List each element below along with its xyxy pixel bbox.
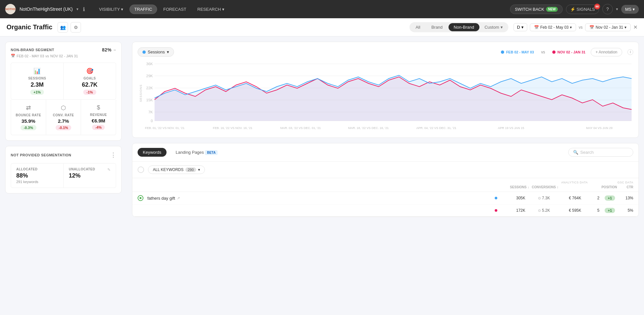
np-edit-icon[interactable]: ✎ (107, 167, 111, 172)
metrics-grid-top: 📊 SESSIONS 2.3M +1% 🎯 GOALS 62.7K -1% (11, 63, 116, 100)
kw-radio-inner (140, 197, 141, 199)
non-brand-segment-card: NON-BRAND SEGMENT 82% − 📅 FEB 02 - MAY 0… (5, 42, 122, 141)
kw-delta1-badge: +1 (605, 195, 615, 201)
settings-button[interactable]: ⚙ (71, 22, 81, 33)
subheader: Organic Traffic 👥 ⚙ All Brand Non-Brand … (0, 18, 644, 36)
nav-traffic[interactable]: TRAFFIC (129, 5, 157, 14)
kw-external-link-icon[interactable]: ↗ (177, 196, 180, 200)
conversions-col-header[interactable]: CONVERSIONS ↕ (529, 185, 558, 189)
kw-name-label: fathers day gift ↗ (147, 196, 180, 201)
date-close-button[interactable]: ✕ (633, 24, 637, 30)
legend-blue: FEB 02 - MAY 03 (501, 50, 534, 54)
sessions-col-header[interactable]: SESSIONS ↓ (500, 185, 529, 189)
goals-metric: 🎯 GOALS 62.7K -1% (64, 63, 116, 99)
svg-text:15K: 15K (146, 98, 153, 102)
legend-red: NOV 02 - JAN 31 (552, 50, 585, 54)
top-navigation: NOTHS NotOnTheHighStreet (UK) ▾ ℹ VISIBI… (0, 0, 644, 18)
kw-checked-radio[interactable] (138, 195, 143, 201)
svg-text:FEB. 01, '22 VS NOV. 01, '21: FEB. 01, '22 VS NOV. 01, '21 (145, 126, 185, 130)
help-button[interactable]: ? (602, 4, 613, 14)
chart-area: 36K 29K 22K 15K 7K 0 SESSIONS (138, 61, 633, 132)
filter-all-button[interactable]: All (410, 23, 425, 31)
svg-text:MAR. 18, '22 VS DEC. 16, '21: MAR. 18, '22 VS DEC. 16, '21 (348, 126, 389, 130)
svg-text:FEB. 16, '22 VS NOV. 16, '21: FEB. 16, '22 VS NOV. 16, '21 (213, 126, 252, 130)
gsc-data-header: GSC DATA POSITION CTR (594, 181, 633, 189)
kw-row-blue: fathers day gift ↗ 305K ⊙ 7.3K € 764K 2 … (132, 192, 638, 205)
chart-svg: 36K 29K 22K 15K 7K 0 SESSIONS (138, 61, 633, 132)
kw-red-data: 172K ⊙ 5.2K € 595K 5 +1 5% (495, 208, 633, 213)
segment-collapse-icon[interactable]: − (114, 48, 116, 52)
filter-brand-button[interactable]: Brand (426, 23, 448, 31)
new-badge: NEW (546, 7, 557, 12)
landing-pages-tab[interactable]: Landing Pages BETA (170, 148, 223, 157)
metrics-grid-bottom: ⇄ BOUNCE RATE 35.9% -0.3% ⬡ CONV. RATE 2… (11, 100, 116, 135)
signals-count-badge: 98 (594, 4, 600, 9)
keywords-card: Keywords Landing Pages BETA 🔍 Search ALL… (132, 143, 639, 217)
sessions-metric: 📊 SESSIONS 2.3M +1% (11, 63, 63, 99)
revenue-badge: -4% (92, 125, 105, 130)
ctr-col-header: CTR (617, 185, 633, 189)
position-col-header: POSITION (594, 185, 617, 189)
goals-badge: -1% (83, 90, 96, 95)
brand-logo: NOTHS (5, 4, 16, 14)
sessions-badge: +1% (30, 90, 44, 95)
main-content: NON-BRAND SEGMENT 82% − 📅 FEB 02 - MAY 0… (0, 36, 644, 315)
keyword-row-0: fathers day gift ↗ 305K ⊙ 7.3K € 764K 2 … (132, 192, 638, 217)
annotation-button[interactable]: + Annotation (591, 48, 622, 56)
blue-fill-area (154, 75, 632, 121)
svg-text:APR 19 VS JAN 15: APR 19 VS JAN 15 (498, 126, 524, 130)
kw-conv2: ⊙ 5.2K (530, 208, 550, 213)
brand-name: NotOnTheHighStreet (UK) (20, 7, 73, 12)
segment-card-title: NON-BRAND SEGMENT 82% − (11, 47, 116, 52)
nav-research[interactable]: RESEARCH ▾ (193, 5, 229, 14)
bounce-icon: ⇄ (26, 104, 31, 111)
keywords-tab[interactable]: Keywords (138, 148, 167, 157)
conv-rate-metric: ⬡ CONV. RATE 2.7% -0.1% (46, 100, 81, 135)
kw-blue-data: 305K ⊙ 7.3K € 764K 2 +1 13% (495, 195, 633, 201)
info-icon[interactable]: ℹ (83, 6, 85, 12)
filter-custom-button[interactable]: Custom ▾ (480, 23, 507, 31)
svg-text:0: 0 (151, 119, 153, 123)
chart-card: Sessions ▾ FEB 02 - MAY 03 vs NOV 02 - J… (132, 42, 639, 138)
goals-icon: 🎯 (86, 67, 93, 75)
keywords-subheader: ALL KEYWORDS 290 ▾ (132, 162, 638, 178)
np-allocated-cell: ALLOCATED 88% 291 keywords (11, 164, 63, 188)
switch-back-button[interactable]: SWITCH BACK NEW (510, 5, 563, 14)
share-button[interactable]: 👥 (58, 22, 68, 33)
analytics-data-header: ANALYTICS DATA SESSIONS ↓ CONVERSIONS ↕ (500, 181, 588, 189)
keywords-count-badge: 290 (185, 167, 196, 172)
d-granularity-button[interactable]: D ▾ (514, 23, 527, 31)
date-from-button[interactable]: 📅 Feb 02 - May 03 ▾ (530, 23, 576, 31)
kw-red-dot (495, 209, 497, 212)
conv-icon: ⬡ (61, 104, 66, 111)
signals-button[interactable]: ⚡ SIGNALS 98 (566, 5, 599, 14)
conv-badge: -0.1% (56, 125, 72, 130)
vs-label: vs (579, 25, 583, 30)
chart-header: Sessions ▾ FEB 02 - MAY 03 vs NOV 02 - J… (138, 47, 633, 57)
segment-percentage: 82% − (102, 47, 116, 52)
np-unallocated-cell: UNALLOCATED 12% ✎ (64, 164, 116, 188)
page-title: Organic Traffic (7, 23, 52, 31)
svg-text:MAR. 03, '22 VS DEC. 01, '21: MAR. 03, '22 VS DEC. 01, '21 (280, 126, 321, 130)
nav-forecast[interactable]: FORECAST (158, 5, 191, 14)
svg-text:36K: 36K (146, 62, 153, 66)
sessions-dropdown[interactable]: Sessions ▾ (138, 47, 174, 57)
user-menu-button[interactable]: MS ▾ (621, 5, 639, 14)
date-to-button[interactable]: 📅 Nov 02 - Jan 31 ▾ (585, 23, 631, 31)
keywords-tabs-header: Keywords Landing Pages BETA 🔍 Search (132, 143, 638, 162)
segment-date-range: 📅 FEB 02 - MAY 03 vs NOV 02 - JAN 31 (11, 54, 116, 58)
all-keywords-dropdown[interactable]: ALL KEYWORDS 290 ▾ (148, 165, 205, 174)
svg-text:APR. 04, '22 VS DEC. 31, '21: APR. 04, '22 VS DEC. 31, '21 (416, 126, 456, 130)
revenue-metric: $ REVENUE €6.9M -4% (81, 100, 116, 135)
keyword-search-box[interactable]: 🔍 Search (568, 148, 633, 157)
svg-text:22K: 22K (146, 86, 153, 90)
all-keywords-radio[interactable] (138, 166, 144, 173)
brand-dropdown-icon[interactable]: ▾ (76, 7, 78, 11)
np-resize-icon[interactable]: ⋮ (110, 151, 116, 159)
chart-info-icon[interactable]: i (627, 49, 633, 55)
help-dropdown-icon[interactable]: ▾ (616, 7, 618, 11)
filter-nonbrand-button[interactable]: Non-Brand (449, 23, 479, 31)
nav-visibility[interactable]: VISIBILITY ▾ (94, 5, 128, 14)
date-controls: D ▾ 📅 Feb 02 - May 03 ▾ vs 📅 Nov 02 - Ja… (514, 23, 637, 31)
left-panel: NON-BRAND SEGMENT 82% − 📅 FEB 02 - MAY 0… (0, 36, 127, 315)
